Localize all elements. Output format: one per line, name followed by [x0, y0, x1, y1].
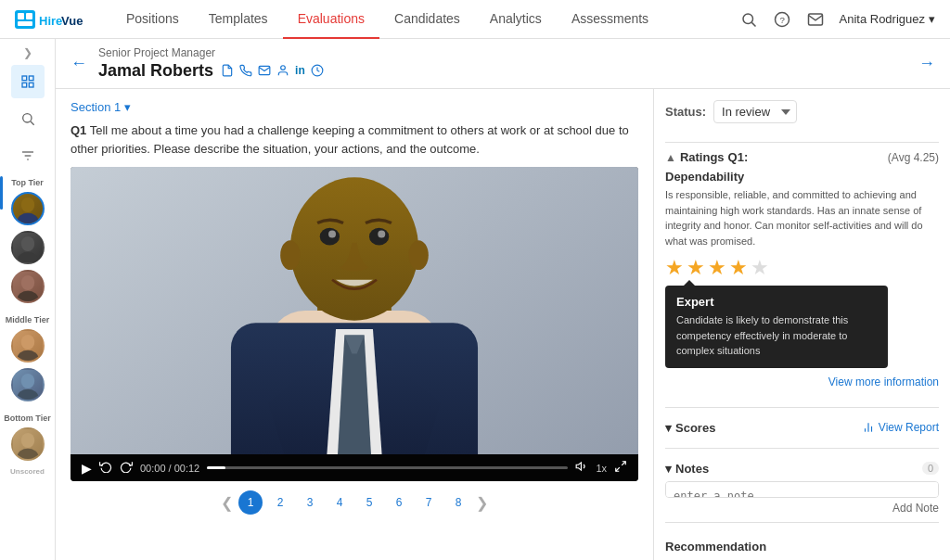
svg-rect-13 — [29, 83, 33, 87]
page-btn-5[interactable]: 5 — [357, 490, 381, 515]
back-button[interactable]: ← — [71, 54, 87, 73]
video-time: 00:00 / 00:12 — [140, 463, 199, 474]
svg-rect-12 — [22, 83, 27, 87]
video-controls: ▶ 00:00 / 00:12 — [71, 454, 638, 481]
svg-text:?: ? — [779, 14, 785, 24]
star-5[interactable]: ★ — [751, 256, 769, 280]
video-content — [71, 167, 638, 454]
candidate-avatar-6[interactable] — [11, 427, 45, 461]
phone-icon[interactable] — [239, 64, 252, 80]
play-button[interactable]: ▶ — [82, 461, 92, 476]
page-prev-button[interactable]: ❮ — [221, 494, 233, 512]
candidate-role: Senior Project Manager — [98, 46, 918, 59]
unscored-label: Unscored — [10, 467, 45, 476]
page-next-button[interactable]: ❯ — [476, 494, 488, 512]
volume-icon[interactable] — [575, 460, 588, 476]
user-menu[interactable]: Anita Rodriguez ▾ — [840, 12, 936, 26]
add-note-button[interactable]: Add Note — [665, 502, 939, 515]
status-row: Status: In review Complete Pending — [665, 100, 939, 123]
tier-indicator — [0, 176, 3, 210]
top-tier-section: Top Tier — [0, 174, 55, 306]
forward-skip-button[interactable] — [120, 460, 133, 476]
video-frame — [71, 167, 638, 454]
svg-marker-49 — [577, 463, 582, 470]
candidate-avatar-1[interactable] — [11, 192, 45, 225]
candidate-avatar-5[interactable] — [11, 368, 45, 401]
speed-selector[interactable]: 1x — [596, 463, 607, 474]
page-btn-2[interactable]: 2 — [268, 490, 292, 515]
nav-analytics[interactable]: Analytics — [475, 0, 557, 39]
candidate-avatar-3[interactable] — [11, 270, 45, 303]
page-btn-8[interactable]: 8 — [446, 490, 470, 515]
status-select[interactable]: In review Complete Pending — [713, 100, 797, 123]
page-btn-1[interactable]: 1 — [238, 490, 263, 515]
left-sidebar: ❯ Top Tier Middle Tier — [0, 39, 56, 560]
star-4[interactable]: ★ — [729, 256, 748, 280]
middle-tier-section: Middle Tier — [0, 312, 55, 404]
nav-positions[interactable]: Positions — [111, 0, 194, 39]
page-btn-6[interactable]: 6 — [387, 490, 411, 515]
svg-point-20 — [17, 213, 37, 223]
svg-point-23 — [20, 275, 33, 290]
page-btn-4[interactable]: 4 — [327, 490, 352, 515]
sidebar-grid-icon[interactable] — [11, 65, 45, 98]
star-3[interactable]: ★ — [708, 256, 726, 280]
nav-candidates[interactable]: Candidates — [379, 0, 475, 39]
rewind-button[interactable] — [99, 460, 112, 476]
email-icon[interactable] — [258, 64, 271, 80]
nav-right: ? Anita Rodriguez ▾ — [739, 10, 936, 29]
candidate-avatar-4[interactable] — [11, 329, 45, 363]
star-1[interactable]: ★ — [665, 256, 684, 280]
notifications-icon[interactable] — [806, 10, 825, 29]
forward-button[interactable]: → — [918, 54, 935, 73]
page-btn-7[interactable]: 7 — [417, 490, 441, 515]
pagination: ❮ 1 2 3 4 5 6 7 8 ❯ — [71, 490, 638, 515]
sidebar-search-icon[interactable] — [11, 102, 45, 135]
search-icon[interactable] — [739, 10, 758, 29]
svg-rect-3 — [18, 21, 32, 26]
competency-name: Dependability — [665, 170, 939, 184]
svg-line-50 — [622, 462, 625, 465]
svg-rect-10 — [22, 76, 27, 81]
clock-icon[interactable] — [311, 64, 324, 80]
candidate-avatar-2[interactable] — [11, 231, 45, 264]
scores-header[interactable]: ▾ Scores View Report — [665, 415, 939, 440]
expert-tooltip: Expert Candidate is likely to demonstrat… — [665, 286, 888, 368]
section-selector[interactable]: Section 1 ▾ — [71, 100, 638, 114]
notes-header: ▾ Notes 0 — [665, 456, 939, 481]
divider-4 — [665, 522, 939, 523]
document-icon[interactable] — [221, 64, 234, 80]
svg-point-6 — [743, 14, 753, 24]
svg-point-31 — [281, 66, 286, 70]
video-progress-fill — [207, 466, 225, 469]
right-panel: Status: In review Complete Pending ▲ Rat… — [653, 89, 950, 560]
view-report-link[interactable]: View Report — [862, 421, 939, 434]
svg-line-51 — [616, 467, 620, 471]
linkedin-icon[interactable]: in — [295, 64, 305, 80]
sidebar-collapse-btn[interactable]: ❯ — [23, 46, 32, 59]
video-section: Section 1 ▾ Q1 Tell me about a time you … — [56, 89, 653, 560]
stars-row: ★ ★ ★ ★ ★ — [665, 256, 939, 280]
help-icon[interactable]: ? — [773, 10, 791, 29]
view-more-link[interactable]: View more information — [665, 375, 939, 388]
nav-assessments[interactable]: Assessments — [557, 0, 663, 39]
content-header: ← Senior Project Manager Jamal Roberts — [56, 39, 950, 89]
status-label: Status: — [665, 105, 706, 119]
notes-input[interactable] — [665, 481, 939, 498]
fullscreen-button[interactable] — [614, 460, 627, 476]
nav-evaluations[interactable]: Evaluations — [283, 0, 379, 39]
top-tier-label: Top Tier — [11, 178, 44, 187]
person-icon[interactable] — [276, 64, 289, 80]
nav-templates[interactable]: Templates — [194, 0, 283, 39]
svg-point-27 — [20, 374, 33, 388]
notes-title: ▾ Notes — [665, 462, 709, 476]
candidate-links: in — [221, 64, 324, 80]
star-2[interactable]: ★ — [687, 256, 705, 280]
ratings-collapse-icon[interactable]: ▲ — [665, 151, 676, 164]
sidebar-filter-icon[interactable] — [11, 139, 45, 172]
bottom-tier-label: Bottom Tier — [4, 414, 50, 423]
video-progress-bar[interactable] — [207, 466, 568, 469]
top-nav: Hire Vue Positions Templates Evaluations… — [0, 0, 950, 39]
question-text: Q1 Tell me about a time you had a challe… — [71, 121, 638, 158]
page-btn-3[interactable]: 3 — [298, 490, 322, 515]
